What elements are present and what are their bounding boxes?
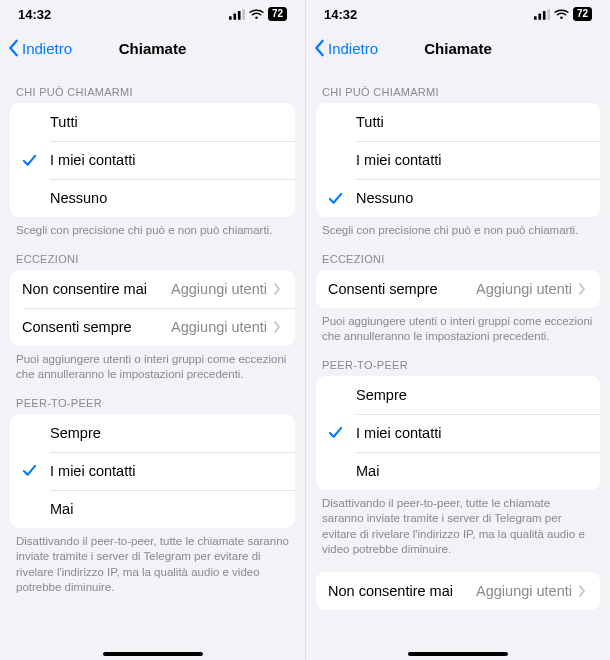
back-label: Indietro: [328, 40, 378, 57]
nav-bar: IndietroChiamate: [0, 28, 305, 68]
settings-group: SempreI miei contattiMai: [10, 414, 295, 528]
section-footer: Puoi aggiungere utenti o interi gruppi c…: [306, 308, 610, 345]
phone-screen: 14:3272IndietroChiamateCHI PUÒ CHIAMARMI…: [305, 0, 610, 660]
option-label: Tutti: [356, 114, 586, 130]
battery-indicator: 72: [268, 7, 287, 21]
nav-bar: IndietroChiamate: [306, 28, 610, 68]
check-icon: [328, 425, 356, 440]
chevron-right-icon: [578, 283, 586, 295]
svg-rect-6: [538, 13, 541, 19]
nav-row[interactable]: Non consentire maiAggiungi utenti: [10, 270, 295, 308]
signal-icon: [229, 9, 245, 20]
option-row[interactable]: I miei contatti: [10, 452, 295, 490]
option-label: I miei contatti: [356, 152, 586, 168]
chevron-right-icon: [578, 585, 586, 597]
settings-group: TuttiI miei contattiNessuno: [316, 103, 600, 217]
signal-icon: [534, 9, 550, 20]
back-button[interactable]: Indietro: [314, 39, 378, 57]
option-label: I miei contatti: [356, 425, 586, 441]
option-label: Sempre: [356, 387, 586, 403]
nav-row-label: Consenti sempre: [328, 281, 476, 297]
back-button[interactable]: Indietro: [8, 39, 72, 57]
svg-rect-7: [543, 10, 546, 19]
option-row[interactable]: Sempre: [316, 376, 600, 414]
option-row[interactable]: Mai: [316, 452, 600, 490]
status-bar: 14:3272: [306, 0, 610, 28]
option-row[interactable]: Mai: [10, 490, 295, 528]
content-scroll[interactable]: CHI PUÒ CHIAMARMITuttiI miei contattiNes…: [306, 68, 610, 660]
section-header: CHI PUÒ CHIAMARMI: [0, 72, 305, 103]
section-header: CHI PUÒ CHIAMARMI: [306, 72, 610, 103]
wifi-icon: [554, 9, 569, 20]
svg-point-9: [560, 16, 563, 19]
chevron-right-icon: [273, 321, 281, 333]
nav-row[interactable]: Non consentire maiAggiungi utenti: [316, 572, 600, 610]
option-row[interactable]: Tutti: [10, 103, 295, 141]
status-time: 14:32: [324, 7, 357, 22]
section-header: PEER-TO-PEER: [0, 383, 305, 414]
home-indicator[interactable]: [408, 652, 508, 656]
nav-row-value: Aggiungi utenti: [171, 319, 267, 335]
option-label: Sempre: [50, 425, 281, 441]
option-row[interactable]: Sempre: [10, 414, 295, 452]
section-header: ECCEZIONI: [0, 239, 305, 270]
svg-rect-3: [242, 9, 245, 20]
nav-row-value: Aggiungi utenti: [476, 583, 572, 599]
nav-row-value: Aggiungi utenti: [171, 281, 267, 297]
option-row[interactable]: I miei contatti: [316, 414, 600, 452]
option-row[interactable]: Nessuno: [10, 179, 295, 217]
settings-group: Non consentire maiAggiungi utenti: [316, 572, 600, 610]
settings-group: Non consentire maiAggiungi utentiConsent…: [10, 270, 295, 346]
status-bar: 14:3272: [0, 0, 305, 28]
section-header: ECCEZIONI: [306, 239, 610, 270]
option-label: Mai: [356, 463, 586, 479]
home-indicator[interactable]: [103, 652, 203, 656]
section-footer: Disattivando il peer-to-peer, tutte le c…: [306, 490, 610, 558]
option-label: Nessuno: [356, 190, 586, 206]
section-footer: Puoi aggiungere utenti o interi gruppi c…: [0, 346, 305, 383]
nav-row[interactable]: Consenti sempreAggiungi utenti: [10, 308, 295, 346]
svg-rect-2: [238, 10, 241, 19]
chevron-right-icon: [273, 283, 281, 295]
battery-indicator: 72: [573, 7, 592, 21]
section-footer: Scegli con precisione chi può e non può …: [306, 217, 610, 239]
option-row[interactable]: Nessuno: [316, 179, 600, 217]
wifi-icon: [249, 9, 264, 20]
nav-row[interactable]: Consenti sempreAggiungi utenti: [316, 270, 600, 308]
settings-group: SempreI miei contattiMai: [316, 376, 600, 490]
check-icon: [22, 463, 50, 478]
option-label: Tutti: [50, 114, 281, 130]
status-time: 14:32: [18, 7, 51, 22]
check-icon: [22, 153, 50, 168]
section-footer: Scegli con precisione chi può e non può …: [0, 217, 305, 239]
chevron-left-icon: [314, 39, 326, 57]
option-label: I miei contatti: [50, 463, 281, 479]
check-icon: [328, 191, 356, 206]
section-footer: Disattivando il peer-to-peer, tutte le c…: [0, 528, 305, 596]
phone-screen: 14:3272IndietroChiamateCHI PUÒ CHIAMARMI…: [0, 0, 305, 660]
option-label: I miei contatti: [50, 152, 281, 168]
chevron-left-icon: [8, 39, 20, 57]
back-label: Indietro: [22, 40, 72, 57]
content-scroll[interactable]: CHI PUÒ CHIAMARMITuttiI miei contattiNes…: [0, 68, 305, 660]
svg-rect-0: [229, 16, 232, 20]
option-row[interactable]: I miei contatti: [10, 141, 295, 179]
svg-rect-1: [233, 13, 236, 19]
nav-row-label: Non consentire mai: [328, 583, 476, 599]
option-row[interactable]: I miei contatti: [316, 141, 600, 179]
svg-rect-8: [547, 9, 550, 20]
svg-rect-5: [534, 16, 537, 20]
nav-row-value: Aggiungi utenti: [476, 281, 572, 297]
option-label: Mai: [50, 501, 281, 517]
svg-point-4: [255, 16, 258, 19]
section-header: PEER-TO-PEER: [306, 345, 610, 376]
nav-row-label: Consenti sempre: [22, 319, 171, 335]
nav-row-label: Non consentire mai: [22, 281, 171, 297]
settings-group: Consenti sempreAggiungi utenti: [316, 270, 600, 308]
option-label: Nessuno: [50, 190, 281, 206]
settings-group: TuttiI miei contattiNessuno: [10, 103, 295, 217]
option-row[interactable]: Tutti: [316, 103, 600, 141]
